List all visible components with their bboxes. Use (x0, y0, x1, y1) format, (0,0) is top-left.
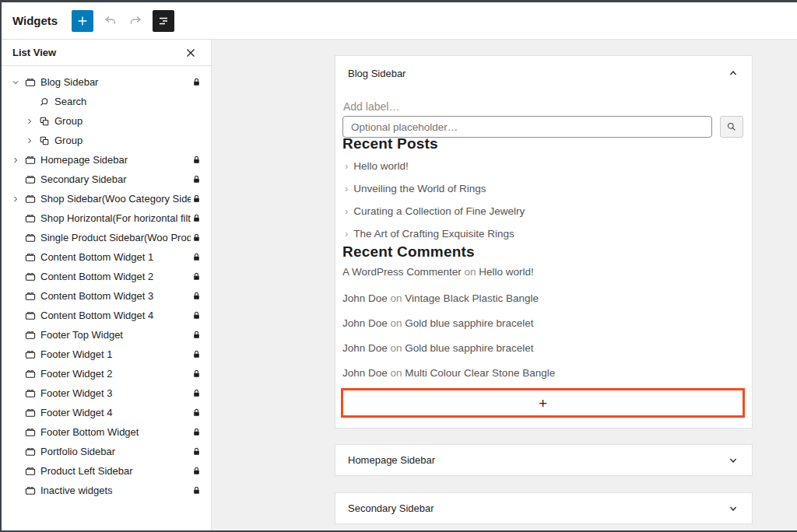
list-view-item-label: Footer Widget 2 (40, 368, 191, 380)
list-view-item[interactable]: Footer Widget 1 (2, 345, 211, 364)
lock-icon (191, 193, 202, 205)
list-view-item[interactable]: Footer Bottom Widget (2, 422, 211, 442)
recent-post-link[interactable]: ›Curating a Collection of Fine Jewelry (345, 205, 525, 217)
list-view-item[interactable]: Content Bottom Widget 1 (2, 247, 211, 267)
widget-area-panel-secondary-sidebar: Secondary Sidebar (335, 492, 753, 524)
comment-post-link[interactable]: Vintage Black Plastic Bangle (405, 292, 539, 304)
lock-icon (191, 212, 202, 225)
list-view-item-label: Content Bottom Widget 2 (40, 271, 191, 282)
chevron-right-icon[interactable] (22, 115, 37, 128)
recent-comment[interactable]: John Doe on Gold blue sapphire bracelet (342, 342, 533, 354)
list-view-item-label: Footer Top Widget (40, 329, 191, 341)
list-view-item[interactable]: Footer Widget 3 (2, 383, 211, 403)
block-appender[interactable]: + (341, 388, 745, 418)
lock-icon (191, 446, 202, 458)
recent-comment[interactable]: John Doe on Gold blue sapphire bracelet (342, 317, 533, 329)
list-view-item-label: Footer Widget 3 (40, 387, 191, 399)
list-arrow-icon: › (345, 205, 348, 217)
recent-comment[interactable]: John Doe on Multi Colour Clear Stone Ban… (342, 367, 555, 379)
widget-area-icon (23, 484, 37, 498)
list-view-item[interactable]: Portfolio Sidebar (2, 442, 211, 461)
search-icon (37, 95, 51, 109)
undo-button[interactable] (100, 10, 121, 32)
list-view-toggle-button[interactable] (153, 10, 174, 32)
search-submit-button[interactable] (720, 116, 743, 138)
undo-icon (103, 13, 118, 29)
recent-comment[interactable]: John Doe on Vintage Black Plastic Bangle (342, 292, 539, 304)
comment-author-link[interactable]: John Doe (342, 317, 388, 329)
chevron-right-icon[interactable] (22, 135, 37, 147)
recent-post-link[interactable]: ›The Art of Crafting Exquisite Rings (345, 228, 514, 240)
list-view-item[interactable]: Group (2, 111, 211, 131)
lock-icon (191, 465, 202, 478)
chevron-right-icon[interactable] (8, 193, 23, 205)
list-arrow-icon: › (345, 183, 348, 194)
list-view-item[interactable]: Footer Widget 4 (2, 403, 211, 422)
comment-author-link[interactable]: John Doe (342, 342, 388, 354)
recent-comment[interactable]: A WordPress Commenter on Hello world! (342, 266, 534, 278)
comment-author-link[interactable]: John Doe (342, 292, 388, 304)
list-view-item[interactable]: Blog Sidebar (2, 72, 211, 92)
list-view-item-label: Footer Bottom Widget (40, 426, 191, 438)
redo-button[interactable] (125, 10, 146, 32)
widget-area-icon (23, 425, 37, 439)
recent-post-link[interactable]: ›Unveiling the World of Rings (345, 183, 486, 194)
list-view-item-label: Homepage Sidebar (40, 154, 191, 166)
recent-post-title: Unveiling the World of Rings (353, 183, 486, 194)
comment-post-link[interactable]: Hello world! (479, 266, 534, 278)
comment-post-link[interactable]: Gold blue sapphire bracelet (405, 342, 533, 354)
recent-post-title: The Art of Crafting Exquisite Rings (353, 228, 514, 240)
block-inserter-button[interactable] (72, 10, 93, 32)
list-view-icon (156, 13, 171, 29)
chevron-spacer (8, 407, 23, 419)
list-view-item[interactable]: Shop Horizontal(For horizontal filters l… (2, 208, 211, 228)
comment-separator: on (388, 367, 406, 379)
list-view-item[interactable]: Footer Top Widget (2, 325, 211, 345)
list-view-item-label: Secondary Sidebar (40, 173, 191, 185)
list-view-item[interactable]: Homepage Sidebar (2, 150, 211, 170)
list-arrow-icon: › (345, 160, 348, 172)
list-view-item[interactable]: Product Left Sidebar (2, 461, 211, 481)
chevron-right-icon[interactable] (8, 154, 23, 166)
comment-author-link[interactable]: A WordPress Commenter (342, 266, 462, 278)
lock-icon (191, 387, 202, 400)
widget-area-icon (23, 212, 37, 226)
close-list-view-button[interactable] (181, 44, 200, 62)
search-icon (725, 121, 738, 133)
panel-header-secondary-sidebar[interactable]: Secondary Sidebar (335, 493, 752, 523)
list-view-item[interactable]: Single Product Sidebar(Woo Product Side… (2, 228, 211, 247)
list-view-item-label: Portfolio Sidebar (40, 446, 191, 457)
lock-icon (191, 485, 202, 497)
recent-post-link[interactable]: ›Hello world! (345, 160, 409, 172)
list-view-item[interactable]: Group (2, 131, 211, 150)
comment-post-link[interactable]: Multi Colour Clear Stone Bangle (405, 367, 555, 379)
list-view-item[interactable]: Footer Widget 2 (2, 364, 211, 383)
list-view-item-label: Shop Horizontal(For horizontal filters l… (40, 212, 191, 224)
panel-header-homepage-sidebar[interactable]: Homepage Sidebar (335, 445, 752, 475)
comment-post-link[interactable]: Gold blue sapphire bracelet (405, 317, 533, 329)
panel-title: Secondary Sidebar (348, 502, 727, 514)
plus-icon (75, 14, 90, 28)
list-view-item-label: Single Product Sidebar(Woo Product Side… (40, 232, 191, 243)
list-view-item[interactable]: Shop Sidebar(Woo Category Sidebar) (2, 189, 211, 208)
widget-area-icon (23, 153, 37, 167)
comment-author-link[interactable]: John Doe (342, 367, 388, 379)
list-view-item[interactable]: Inactive widgets (2, 481, 211, 500)
widget-area-icon (23, 75, 37, 89)
search-block-label[interactable]: Add label… (343, 100, 399, 113)
list-view-item-label: Group (54, 115, 202, 127)
widget-area-icon (23, 464, 37, 478)
search-input[interactable] (342, 116, 712, 138)
list-view-item[interactable]: Content Bottom Widget 4 (2, 306, 211, 325)
lock-icon (191, 407, 202, 419)
list-view-item[interactable]: Search (2, 92, 211, 111)
chevron-down-icon[interactable] (8, 76, 23, 89)
widget-area-icon (23, 387, 37, 401)
list-view-item-label: Inactive widgets (40, 485, 191, 496)
list-view-item-label: Shop Sidebar(Woo Category Sidebar) (40, 193, 191, 205)
list-view-item[interactable]: Secondary Sidebar (2, 170, 211, 189)
widget-area-icon (23, 270, 37, 284)
list-view-item[interactable]: Content Bottom Widget 2 (2, 267, 211, 286)
panel-header-blog-sidebar[interactable]: Blog Sidebar (335, 56, 752, 90)
list-view-item[interactable]: Content Bottom Widget 3 (2, 286, 211, 306)
